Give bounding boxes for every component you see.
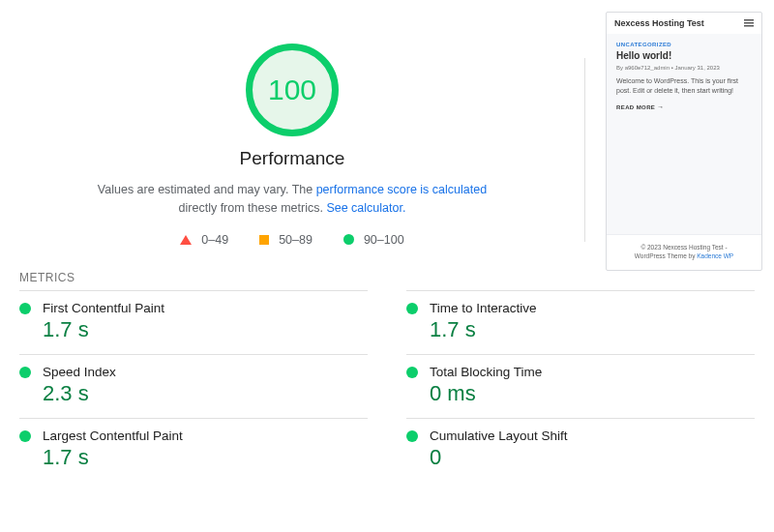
thumb-readmore: READ MORE → <box>616 103 752 110</box>
legend-poor: 0–49 <box>180 233 228 247</box>
metric-tti: Time to Interactive 1.7 s <box>406 290 755 354</box>
thumb-footer-prefix: WordPress Theme by <box>635 252 697 259</box>
thumb-byline: By a960e712_admin • January 31, 2023 <box>616 65 752 71</box>
metric-si: Speed Index 2.3 s <box>19 354 368 418</box>
legend-good: 90–100 <box>343 233 404 247</box>
see-calculator-link[interactable]: See calculator. <box>326 201 405 215</box>
page-screenshot-thumbnail: Nexcess Hosting Test UNCATEGORIZED Hello… <box>606 12 762 271</box>
metric-name: Speed Index <box>43 365 116 379</box>
metrics-header: METRICS <box>0 271 774 290</box>
status-good-icon <box>19 303 31 314</box>
legend-good-label: 90–100 <box>364 233 404 247</box>
vertical-divider <box>584 58 585 242</box>
performance-description: Values are estimated and may vary. The p… <box>84 181 500 218</box>
thumb-site-title: Nexcess Hosting Test <box>614 18 704 28</box>
thumb-footer: © 2023 Nexcess Hosting Test - WordPress … <box>607 234 761 270</box>
metric-tbt: Total Blocking Time 0 ms <box>406 354 755 418</box>
metric-value: 2.3 s <box>43 381 368 406</box>
triangle-icon <box>180 235 192 245</box>
perf-desc-prefix: Values are estimated and may vary. The <box>98 183 316 196</box>
score-legend: 0–49 50–89 90–100 <box>180 233 403 247</box>
arrow-right-icon: → <box>657 103 664 110</box>
metric-value: 1.7 s <box>430 317 755 342</box>
performance-score: 100 <box>268 74 316 106</box>
status-good-icon <box>19 367 31 378</box>
legend-poor-label: 0–49 <box>201 233 228 247</box>
hamburger-icon <box>744 19 754 27</box>
status-good-icon <box>19 430 31 442</box>
thumb-readmore-label: READ MORE <box>616 104 655 110</box>
metric-value: 0 ms <box>430 381 755 406</box>
thumb-welcome-text: Welcome to WordPress. This is your first… <box>616 76 752 96</box>
metric-name: Largest Contentful Paint <box>43 429 183 443</box>
metric-value: 1.7 s <box>43 317 368 342</box>
legend-average: 50–89 <box>259 233 313 247</box>
metric-value: 1.7 s <box>43 445 368 470</box>
status-good-icon <box>406 367 418 378</box>
status-good-icon <box>406 430 418 442</box>
performance-title: Performance <box>240 148 345 169</box>
score-calculated-link[interactable]: performance score is calculated <box>316 183 487 196</box>
thumb-footer-line1: © 2023 Nexcess Hosting Test - <box>612 243 756 251</box>
circle-icon <box>343 234 354 245</box>
metric-name: Total Blocking Time <box>430 365 542 379</box>
metric-cls: Cumulative Layout Shift 0 <box>406 418 755 482</box>
metrics-grid: First Contentful Paint 1.7 s Time to Int… <box>0 290 774 482</box>
metric-value: 0 <box>430 445 755 470</box>
performance-score-gauge: 100 <box>246 44 339 136</box>
legend-avg-label: 50–89 <box>279 233 313 247</box>
metric-name: Time to Interactive <box>430 301 537 315</box>
metric-name: First Contentful Paint <box>43 301 164 315</box>
metric-lcp: Largest Contentful Paint 1.7 s <box>19 418 368 482</box>
thumb-footer-link: Kadence WP <box>697 252 733 259</box>
metric-fcp: First Contentful Paint 1.7 s <box>19 290 368 354</box>
metric-name: Cumulative Layout Shift <box>430 429 568 443</box>
thumb-post-title: Hello world! <box>616 50 752 61</box>
perf-desc-mid: directly from these metrics. <box>179 201 327 215</box>
thumb-category: UNCATEGORIZED <box>616 42 752 47</box>
status-good-icon <box>406 303 418 314</box>
square-icon <box>259 235 269 245</box>
